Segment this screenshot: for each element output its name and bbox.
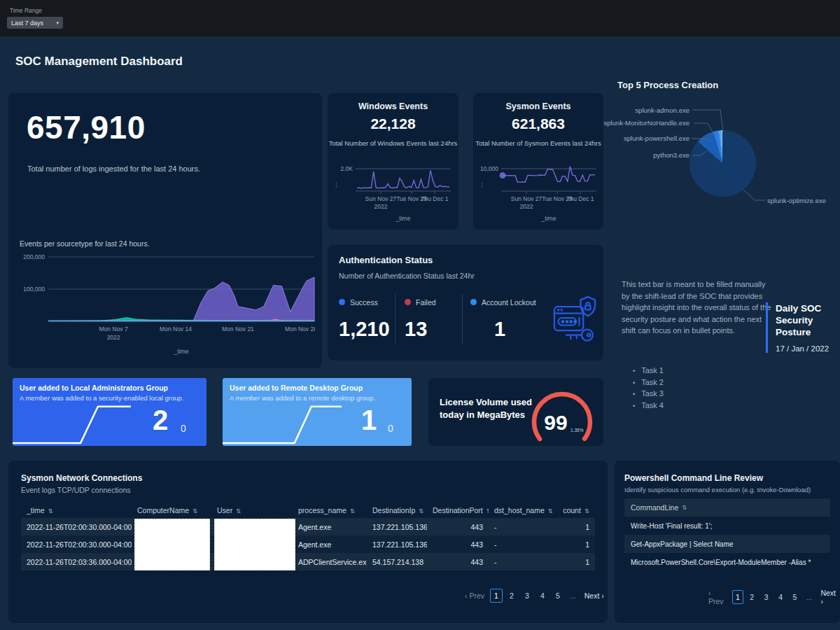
- auth-stat-success: Success 1,210: [339, 295, 390, 341]
- column-header-count[interactable]: count⇅: [553, 503, 595, 518]
- svg-text:1.35%: 1.35%: [570, 428, 584, 433]
- task-item: •Task 4: [633, 401, 664, 410]
- lockout-value: 1: [494, 318, 536, 341]
- windows-events-panel: Windows Events 22,128 Total Number of Wi…: [328, 93, 458, 230]
- time-range-dropdown[interactable]: Last 7 days ▾: [7, 17, 63, 29]
- pagination-page-5[interactable]: 5: [552, 589, 564, 603]
- remote-desktop-secondary: 0: [388, 423, 393, 434]
- sysmon-connections-table: _time⇅ComputerName⇅User⇅process_name⇅Des…: [21, 503, 595, 570]
- column-header-destinationip[interactable]: DestinationIp⇅: [367, 503, 427, 518]
- time-range-value: Last 7 days: [11, 20, 43, 27]
- sort-icon: ⇅: [682, 504, 687, 511]
- svg-text:Thu Dec 1: Thu Dec 1: [421, 195, 448, 202]
- chevron-down-icon: ▾: [56, 20, 59, 26]
- pagination-page-4[interactable]: 4: [536, 589, 549, 603]
- license-label: License Volume used today in MegaBytes: [440, 396, 532, 421]
- pagination-next[interactable]: Next ›: [582, 592, 607, 600]
- pagination-ellipsis[interactable]: ...: [804, 593, 816, 601]
- pagination-prev[interactable]: ‹ Prev: [706, 589, 729, 606]
- sysmon-table-title: Sysmon Network Connections: [21, 473, 142, 483]
- pagination-page-3[interactable]: 3: [521, 589, 533, 603]
- pagination-page-1[interactable]: 1: [490, 589, 503, 603]
- failed-value: 13: [405, 318, 436, 341]
- column-header-destinationport[interactable]: DestinationPort⇅: [427, 503, 489, 518]
- pagination-page-1[interactable]: 1: [732, 590, 744, 604]
- sysmon-table-pagination: ‹ Prev12345...Next ›: [462, 589, 607, 603]
- remote-desktop-subtitle: A member was added to a remote desktop g…: [230, 394, 375, 402]
- commandline-row[interactable]: Microsoft.PowerShell.Core\Export-ModuleM…: [624, 553, 830, 571]
- local-admin-title: User added to Local Administrators Group: [20, 384, 168, 392]
- remote-desktop-panel[interactable]: User added to Remote Desktop Group A mem…: [223, 378, 412, 446]
- task-list: •Task 1•Task 2•Task 3•Task 4: [633, 366, 664, 412]
- remote-desktop-value: 1: [361, 405, 377, 436]
- pagination-page-2[interactable]: 2: [746, 590, 757, 604]
- lockout-dot-icon: [470, 299, 477, 305]
- redaction-box-user: [214, 519, 295, 570]
- pagination-next[interactable]: Next ›: [818, 589, 840, 606]
- auth-stat-failed: Failed 13: [405, 295, 436, 341]
- svg-text:100,000: 100,000: [23, 286, 45, 293]
- column-header-computername[interactable]: ComputerName⇅: [132, 503, 211, 518]
- table-row[interactable]: 2022-11-26T02:00:30.000-04:00Agent.exe13…: [21, 518, 595, 536]
- svg-text:2022: 2022: [107, 334, 120, 341]
- column-header-dst_host_name[interactable]: dst_host_name⇅: [489, 503, 553, 518]
- table-row[interactable]: 2022-11-26T02:00:30.000-04:00Agent.exe13…: [21, 536, 595, 553]
- svg-text:Sun Nov 27: Sun Nov 27: [511, 195, 542, 202]
- top5-process-title: Top 5 Process Creation: [617, 80, 718, 90]
- divider: [462, 294, 463, 344]
- powershell-subtitle: Identify suspicious command execution (e…: [624, 486, 811, 493]
- column-header-_time[interactable]: _time⇅: [21, 503, 132, 518]
- commandline-row[interactable]: Write-Host 'Final result: 1';: [624, 517, 830, 535]
- sourcetype-chart-label: Events per sourcetype for last 24 hours.: [20, 239, 150, 248]
- svg-text:Mon Nov 7: Mon Nov 7: [99, 326, 128, 332]
- total-logs-value: 657,910: [27, 108, 146, 146]
- svg-text:Mon Nov 21: Mon Nov 21: [222, 326, 254, 332]
- pie-leader-lines: [581, 98, 840, 210]
- password-asterisks: ✱✱✱✱: [561, 319, 578, 324]
- svg-text:Mon Nov 14: Mon Nov 14: [160, 326, 192, 332]
- remote-desktop-title: User added to Remote Desktop Group: [230, 384, 363, 392]
- auth-status-panel: Authentication Status Number of Authenti…: [328, 245, 603, 360]
- password-security-icon: ✱✱✱✱: [553, 295, 596, 347]
- svg-text:⋮: ⋮: [333, 181, 340, 188]
- column-header-process_name[interactable]: process_name⇅: [293, 503, 367, 518]
- pagination-page-3[interactable]: 3: [760, 590, 771, 604]
- windows-events-sparkline: 2.0K⋮Sun Nov 272022Tue Nov 29Thu Dec 1_t…: [332, 163, 455, 227]
- total-logs-description: Total number of logs ingested for the la…: [27, 164, 200, 173]
- auth-status-title: Authentication Status: [339, 255, 433, 265]
- soc-note-text: This text bar is meant to be filled manu…: [622, 279, 771, 337]
- local-admin-panel[interactable]: User added to Local Administrators Group…: [13, 378, 206, 446]
- pagination-page-5[interactable]: 5: [789, 590, 800, 604]
- posture-block: Daily SOC Security Posture 17 / Jan / 20…: [766, 302, 839, 353]
- lockout-label: Account Lockout: [482, 298, 536, 307]
- success-label: Success: [350, 298, 378, 307]
- pagination-prev[interactable]: ‹ Prev: [462, 592, 487, 600]
- success-value: 1,210: [339, 318, 390, 341]
- pagination-page-2[interactable]: 2: [505, 589, 518, 603]
- powershell-table-pagination: ‹ Prev12345...Next ›: [706, 589, 840, 606]
- posture-date: 17 / Jan / 2022: [776, 344, 839, 353]
- table-row[interactable]: 2022-11-26T02:03:36.000-04:00ADPClientSe…: [21, 553, 595, 570]
- svg-text:Sun Nov 27: Sun Nov 27: [365, 195, 397, 202]
- windows-events-title: Windows Events: [328, 102, 458, 111]
- commandline-row[interactable]: Get-AppxPackage | Select Name: [624, 535, 830, 553]
- svg-text:200,000: 200,000: [23, 253, 45, 260]
- svg-text:_time: _time: [174, 348, 189, 355]
- column-header-user[interactable]: User⇅: [211, 503, 293, 518]
- local-admin-value: 2: [153, 405, 168, 436]
- task-item: •Task 1: [633, 366, 664, 374]
- commandline-header-label: CommandLine: [631, 503, 678, 512]
- svg-text:2022: 2022: [520, 203, 533, 210]
- windows-events-description: Total Number of Windows Events last 24hr…: [328, 139, 458, 147]
- svg-text:2022: 2022: [374, 203, 388, 210]
- auth-status-subtitle: Number of Authentication Status last 24h…: [339, 272, 475, 280]
- commandline-column-header[interactable]: CommandLine ⇅: [624, 498, 830, 517]
- license-panel: License Volume used today in MegaBytes 9…: [428, 378, 603, 446]
- license-gauge: 991.35%: [526, 382, 601, 449]
- pagination-page-4[interactable]: 4: [775, 590, 786, 604]
- task-item: •Task 3: [633, 389, 664, 398]
- local-admin-subtitle: A member was added to a security-enabled…: [20, 394, 183, 402]
- svg-text:_time: _time: [396, 215, 411, 222]
- svg-text:_time: _time: [541, 215, 556, 222]
- pagination-ellipsis[interactable]: ...: [567, 592, 579, 600]
